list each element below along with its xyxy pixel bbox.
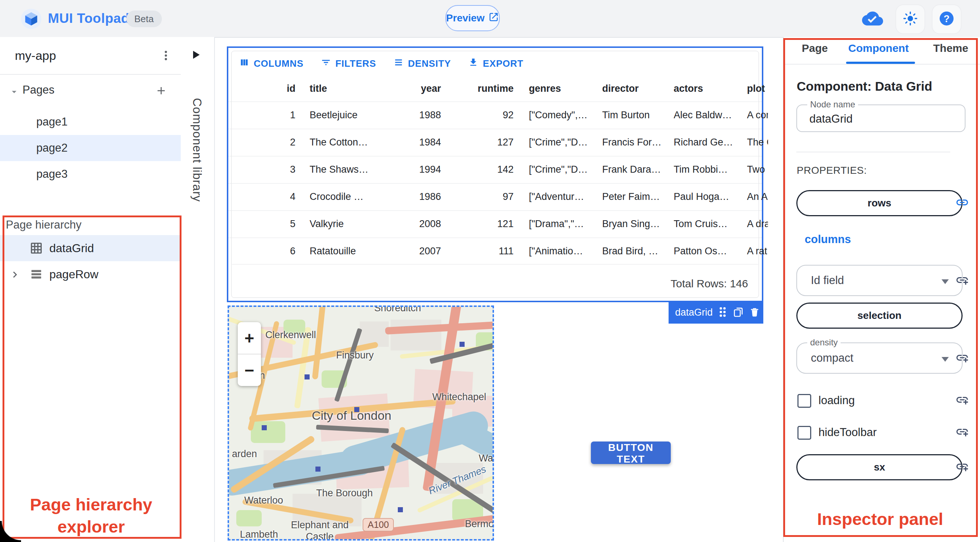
cell-runtime: 127 <box>461 129 514 155</box>
cell-id: 2 <box>241 129 296 155</box>
cell-actors: Alec Baldw… <box>674 102 743 128</box>
table-row[interactable]: 3The Shaws…1994142["Crime","D…Frank Dara… <box>228 156 762 183</box>
columns-property-link[interactable]: columns <box>805 233 851 246</box>
map-label: Elephant and Castle <box>280 519 360 540</box>
density-select[interactable]: density compact <box>796 342 963 374</box>
node-name-label: Node name <box>807 99 858 110</box>
columns-label: COLUMNS <box>254 58 304 69</box>
loading-checkbox[interactable] <box>797 394 811 408</box>
density-button[interactable]: DENSITY <box>393 57 451 70</box>
rows-binding-button[interactable] <box>951 192 973 214</box>
sidebar-item-page3[interactable]: page3 <box>0 161 181 187</box>
loading-label: loading <box>818 394 855 407</box>
cell-runtime: 121 <box>461 211 514 237</box>
theme-toggle-button[interactable] <box>896 4 925 34</box>
add-link-icon <box>955 351 969 366</box>
tab-page[interactable]: Page <box>802 42 828 54</box>
node-name-field[interactable]: Node name dataGrid <box>796 105 966 132</box>
tab-theme[interactable]: Theme <box>933 42 968 54</box>
tab-component[interactable]: Component <box>848 42 909 54</box>
inspector-tabs: Page Component Theme <box>784 37 980 65</box>
table-row[interactable]: 1Beetlejuice198892["Comedy",…Tim BurtonA… <box>228 102 762 129</box>
map-label: Clerkenwell <box>265 329 316 341</box>
cell-actors: Tom Cruis… <box>674 211 743 237</box>
hierarchy-item-datagrid[interactable]: dataGrid <box>0 235 181 261</box>
id-field-binding-button[interactable] <box>951 270 973 292</box>
hidetoolbar-checkbox[interactable] <box>797 426 811 440</box>
grid-header-row[interactable]: idtitleyearruntimegenresdirectoractorspl… <box>228 75 762 102</box>
table-row[interactable]: 6Ratatouille2007111["Animatio…Brad Bird,… <box>228 238 762 265</box>
delete-icon[interactable] <box>749 306 760 319</box>
cell-director: Brad Bird, … <box>602 238 670 264</box>
cell-year: 1984 <box>388 129 441 155</box>
drag-handle-icon[interactable] <box>718 307 727 319</box>
hierarchy-item-label: dataGrid <box>49 242 94 255</box>
column-header-plot[interactable]: plot <box>747 75 768 102</box>
hidetoolbar-binding-button[interactable] <box>951 421 973 443</box>
datagrid-component[interactable]: COLUMNS FILTERS DENSITY EXPORT idtitleye… <box>227 46 763 302</box>
properties-header: PROPERTIES: <box>797 165 867 176</box>
zoom-out-button[interactable]: − <box>238 354 261 386</box>
filters-button[interactable]: FILTERS <box>321 57 376 70</box>
loading-binding-button[interactable] <box>951 389 973 412</box>
sidebar-item-page1[interactable]: page1 <box>0 109 181 135</box>
table-row[interactable]: 2The Cotton…1984127["Crime","D…Francis F… <box>228 129 762 156</box>
node-name-value: dataGrid <box>810 113 853 126</box>
map-zoom-control: + − <box>238 322 261 386</box>
component-heading: Component: Data Grid <box>797 79 932 94</box>
id-field-select[interactable]: Id field <box>796 265 963 296</box>
app-menu-button[interactable] <box>157 46 175 65</box>
cell-runtime: 142 <box>461 156 514 183</box>
density-binding-button[interactable] <box>951 348 973 369</box>
column-header-director[interactable]: director <box>602 75 670 102</box>
sidebar-item-page2[interactable]: page2 <box>0 135 181 161</box>
selection-chip-label: dataGrid <box>675 307 713 318</box>
column-header-runtime[interactable]: runtime <box>461 75 514 102</box>
column-header-genres[interactable]: genres <box>529 75 598 102</box>
duplicate-icon[interactable] <box>732 306 744 319</box>
expand-library-icon[interactable] <box>193 51 200 59</box>
sx-property-button[interactable]: sx <box>796 454 963 480</box>
pages-tree-header[interactable]: Pages <box>0 79 181 102</box>
screen-corner <box>0 521 21 542</box>
column-header-id[interactable]: id <box>241 75 296 102</box>
id-field-label: Id field <box>811 274 844 287</box>
cell-year: 1986 <box>388 184 441 210</box>
table-row[interactable]: 4Crocodile …198697["Adventur…Peter Faim…… <box>228 183 762 210</box>
chevron-right-icon[interactable] <box>10 269 20 283</box>
hidetoolbar-label: hideToolbar <box>818 426 877 439</box>
download-icon <box>468 57 478 70</box>
map-component[interactable]: ShoreditchClerkenwellFinsburybornWhitech… <box>228 305 494 540</box>
cell-actors: Patton Os… <box>674 238 743 264</box>
cell-actors: Richard Ge… <box>674 129 743 155</box>
add-page-button[interactable] <box>153 82 170 99</box>
hierarchy-item-pagerow[interactable]: pageRow <box>0 261 181 287</box>
export-button[interactable]: EXPORT <box>468 57 523 70</box>
add-link-icon <box>955 393 969 408</box>
table-row[interactable]: 5Valkyrie2008121["Drama","…Bryan Sing…To… <box>228 210 762 238</box>
column-header-actors[interactable]: actors <box>674 75 743 102</box>
column-header-year[interactable]: year <box>388 75 441 102</box>
sidebar: my-app Pages page1 page2 page3 Page hier… <box>0 37 181 542</box>
cell-plot: A rat <box>747 238 768 264</box>
add-link-icon <box>955 459 969 475</box>
map-label: arden <box>232 448 257 459</box>
columns-button[interactable]: COLUMNS <box>239 57 304 70</box>
help-button[interactable]: ? <box>932 4 961 34</box>
map-canvas: ShoreditchClerkenwellFinsburybornWhitech… <box>229 307 493 539</box>
svg-text:?: ? <box>944 13 950 24</box>
rows-property-button[interactable]: rows <box>796 190 963 216</box>
map-label: The Borough <box>316 488 373 499</box>
sx-binding-button[interactable] <box>951 456 973 478</box>
hierarchy-item-label: pageRow <box>49 268 99 281</box>
link-icon <box>955 196 969 211</box>
grid-rows: 1Beetlejuice198892["Comedy",…Tim BurtonA… <box>228 102 762 265</box>
selection-chip[interactable]: dataGrid <box>668 302 763 324</box>
canvas-button-component[interactable]: BUTTON TEXT <box>591 442 671 464</box>
cell-genres: ["Crime","D… <box>529 156 598 183</box>
map-label: A100 <box>363 518 394 531</box>
preview-button[interactable]: Preview <box>445 5 500 31</box>
selection-property-button[interactable]: selection <box>796 302 963 329</box>
zoom-in-button[interactable]: + <box>238 322 261 354</box>
cell-id: 1 <box>241 102 296 128</box>
